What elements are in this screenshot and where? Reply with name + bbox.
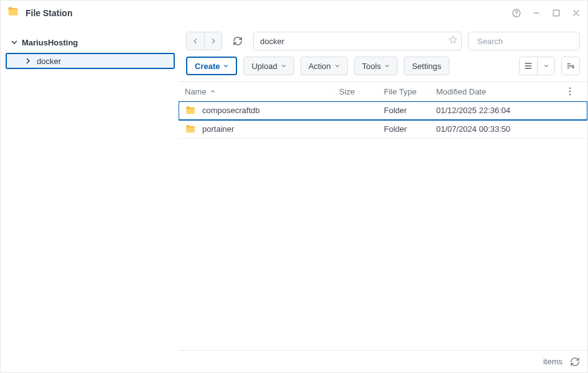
col-more[interactable]: [569, 87, 580, 96]
action-button[interactable]: Action: [301, 57, 348, 75]
row-modified: 01/12/2025 22:36:04: [430, 106, 580, 115]
path-input-wrap: [253, 32, 462, 50]
toolbar-actions: Create Upload Action Tools Settings: [179, 54, 587, 81]
caret-down-icon: [11, 39, 18, 46]
svg-rect-3: [553, 10, 559, 16]
settings-button[interactable]: Settings: [404, 57, 449, 75]
more-vert-icon: [569, 87, 571, 96]
sidebar: MariusHosting docker: [1, 25, 179, 372]
tree-root-label: MariusHosting: [22, 38, 78, 47]
create-label: Create: [195, 62, 220, 71]
file-station-window: File Station MariusHosting: [0, 0, 588, 373]
nav-forward-button[interactable]: [204, 32, 222, 50]
path-input[interactable]: [253, 32, 462, 50]
table-header: Name Size File Type Modified Date: [179, 81, 587, 101]
col-size[interactable]: Size: [333, 87, 378, 96]
tree-child-label: docker: [37, 57, 61, 66]
view-mode-group: [519, 57, 555, 75]
chevron-down-icon: [385, 63, 390, 68]
col-type-label: File Type: [384, 87, 417, 96]
refresh-footer-button[interactable]: [570, 357, 580, 367]
col-name[interactable]: Name: [179, 87, 333, 96]
col-type[interactable]: File Type: [378, 87, 430, 96]
close-icon[interactable]: [571, 8, 581, 18]
sort-button[interactable]: [561, 57, 580, 75]
upload-button[interactable]: Upload: [243, 57, 294, 75]
svg-point-7: [569, 94, 571, 96]
row-modified: 01/07/2024 00:33:50: [430, 124, 580, 134]
minimize-icon[interactable]: [531, 8, 541, 18]
search-box[interactable]: [468, 32, 580, 50]
row-name: portainer: [202, 124, 234, 134]
settings-label: Settings: [412, 62, 441, 71]
nav-back-button[interactable]: [187, 32, 204, 50]
folder-icon: [185, 124, 196, 135]
sort-asc-icon: [210, 89, 215, 94]
col-size-label: Size: [339, 87, 355, 96]
row-type: Folder: [378, 106, 430, 115]
table-row[interactable]: composecraftdbFolder01/12/2025 22:36:04: [179, 101, 587, 120]
tree-root[interactable]: MariusHosting: [6, 34, 175, 50]
app-folder-icon: [7, 6, 19, 21]
tools-label: Tools: [362, 62, 381, 71]
chevron-down-icon: [281, 63, 286, 68]
svg-point-5: [569, 88, 571, 90]
maximize-icon[interactable]: [551, 8, 561, 18]
folder-icon: [185, 105, 196, 116]
upload-label: Upload: [251, 62, 277, 71]
search-input[interactable]: [477, 37, 582, 46]
toolbar-navigation: [179, 25, 587, 54]
titlebar: File Station: [1, 1, 587, 25]
svg-point-1: [516, 15, 516, 16]
col-modified[interactable]: Modified Date: [430, 87, 569, 96]
tools-button[interactable]: Tools: [354, 57, 398, 75]
nav-history-group: [186, 32, 222, 50]
file-table: Name Size File Type Modified Date compos…: [179, 81, 587, 350]
row-name: composecraftdb: [202, 106, 260, 115]
svg-rect-2: [533, 12, 539, 13]
table-body: composecraftdbFolder01/12/2025 22:36:04p…: [179, 101, 587, 350]
chevron-down-icon: [223, 63, 228, 68]
col-name-label: Name: [185, 87, 207, 96]
view-list-button[interactable]: [520, 57, 537, 75]
items-label: items: [543, 357, 562, 366]
row-type: Folder: [378, 124, 430, 134]
table-row[interactable]: portainerFolder01/07/2024 00:33:50: [179, 120, 587, 139]
favorite-star-icon[interactable]: [448, 35, 458, 47]
app-title: File Station: [26, 8, 72, 18]
chevron-down-icon: [335, 63, 340, 68]
col-modified-label: Modified Date: [436, 87, 486, 96]
window-controls: [511, 8, 581, 18]
caret-right-icon: [24, 57, 32, 65]
action-label: Action: [309, 62, 331, 71]
create-button[interactable]: Create: [186, 57, 237, 75]
help-icon[interactable]: [511, 8, 521, 18]
view-mode-dropdown[interactable]: [537, 57, 554, 75]
tree-child-docker[interactable]: docker: [6, 53, 175, 69]
main: Create Upload Action Tools Settings: [179, 25, 587, 372]
body: MariusHosting docker: [1, 25, 587, 372]
svg-point-6: [569, 91, 571, 93]
statusbar: items: [179, 350, 587, 372]
refresh-button[interactable]: [228, 32, 247, 50]
